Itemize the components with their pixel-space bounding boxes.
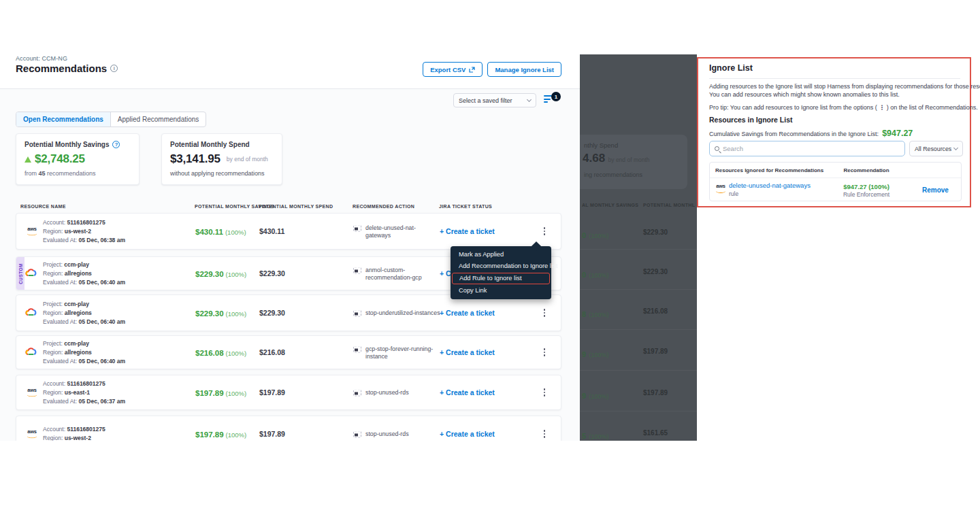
chevron-down-icon xyxy=(527,97,532,101)
table-row[interactable]: aws Account: 511616801275 Region: us-eas… xyxy=(16,375,561,410)
export-csv-button[interactable]: Export CSV xyxy=(423,62,483,77)
column-header-spend: POTENTIAL MONTHLY SPEND xyxy=(259,204,333,209)
savings-amount: $2,748.25 xyxy=(35,152,85,166)
manage-ignore-list-label: Manage Ignore List xyxy=(495,66,554,73)
spend-amount: $3,141.95 xyxy=(170,152,220,166)
resource-filter-value: All Resources xyxy=(915,146,951,152)
ignore-list-description: Adding resources to the Ignore list will… xyxy=(709,82,980,90)
ignore-list-description: You can add resources which might show k… xyxy=(709,90,900,99)
resource-type-filter[interactable]: All Resources xyxy=(909,141,963,156)
action-icon xyxy=(353,267,361,274)
ignored-resources-table: Resources Ignored for Recommendations Re… xyxy=(709,162,962,201)
dimmed-card-note: ing recommendations xyxy=(584,171,642,178)
ignored-resource-link[interactable]: delete-unused-nat-gateways xyxy=(729,182,811,189)
spend-suffix: by end of month xyxy=(227,156,268,163)
action-icon xyxy=(353,390,361,397)
column-header-recommendation: Recommendation xyxy=(829,167,904,173)
table-row[interactable]: aws Account: 511616801275 Region: us-wes… xyxy=(16,213,561,250)
menu-item-copy-link[interactable]: Copy Link xyxy=(451,285,551,297)
ignore-list-pro-tip: Pro tip: You can add resources to Ignore… xyxy=(709,103,978,112)
potential-savings-card: Potential Monthly Savings ? $2,748.25 fr… xyxy=(16,133,140,185)
menu-item-add-rule-to-ignore-list[interactable]: Add Rule to Ignore list xyxy=(452,273,550,284)
create-ticket-link[interactable]: + Create a ticket xyxy=(440,227,495,235)
aws-icon: aws xyxy=(25,226,39,237)
ignore-list-title: Ignore List xyxy=(709,63,753,73)
create-ticket-link[interactable]: + Create a ticket xyxy=(440,430,495,438)
manage-ignore-list-button[interactable]: Manage Ignore List xyxy=(487,62,561,77)
row-options-kebab-icon[interactable] xyxy=(540,428,549,439)
spend-value: $430.11 xyxy=(259,227,284,235)
dimmed-spend-value: $161.65 xyxy=(643,429,668,437)
column-header-resource-name: RESOURCE NAME xyxy=(20,204,66,209)
saved-filter-select[interactable]: Select a saved filter xyxy=(453,93,536,107)
ignore-list-search[interactable] xyxy=(709,141,905,156)
gcp-icon xyxy=(25,269,39,279)
dimmed-card-suffix: by end of month xyxy=(608,156,650,163)
savings-value: $216.08 xyxy=(195,349,224,357)
savings-value: $229.30 xyxy=(195,309,224,318)
table-row[interactable]: Project: ccm-play Region: allregions Eva… xyxy=(16,294,561,331)
help-icon[interactable]: ? xyxy=(112,141,120,148)
create-ticket-link[interactable]: + Create a ticket xyxy=(440,309,495,317)
breadcrumb[interactable]: Account: CCM-NG xyxy=(16,55,67,62)
search-input[interactable] xyxy=(723,145,900,152)
recommendation-count: 45 xyxy=(39,170,46,177)
aws-icon: aws xyxy=(25,388,39,398)
action-name: delete-unused-nat-gateways xyxy=(365,224,440,239)
cumulative-savings: Cumulative Savings from Recommendations … xyxy=(709,129,913,138)
create-ticket-link[interactable]: + Create a ticket xyxy=(440,388,495,397)
savings-value: $197.89 xyxy=(195,431,224,439)
ignored-savings-value: $947.27 (100%) xyxy=(829,183,904,190)
header-divider xyxy=(0,88,580,89)
saved-filter-value: Select a saved filter xyxy=(459,97,512,104)
potential-spend-card: Potential Monthly Spend $3,141.95 by end… xyxy=(161,133,282,185)
tab-applied-recommendations[interactable]: Applied Recommendations xyxy=(111,112,206,126)
row-options-kebab-icon[interactable] xyxy=(540,347,549,358)
savings-card-label: Potential Monthly Savings xyxy=(24,141,109,148)
table-row[interactable]: aws Account: 511616801275 Region: us-wes… xyxy=(16,416,561,441)
row-options-menu: Mark as Applied Add Recommendation to Ig… xyxy=(451,246,551,299)
info-icon[interactable]: i xyxy=(110,65,118,72)
dimmed-column-header: POTENTIAL MONTHL xyxy=(643,203,695,207)
column-header-jira: JIRA TICKET STATUS xyxy=(439,204,492,209)
external-link-icon xyxy=(469,67,475,73)
create-ticket-link[interactable]: + Create a ticket xyxy=(440,348,495,356)
menu-item-mark-as-applied[interactable]: Mark as Applied xyxy=(451,249,551,260)
cumulative-savings-label: Cumulative Savings from Recommendations … xyxy=(709,131,879,137)
menu-item-add-recommendation-to-ignore-list[interactable]: Add Recommendation to Ignore list xyxy=(451,260,551,272)
dimmed-spend-value: $197.89 xyxy=(643,389,668,397)
action-icon xyxy=(353,310,361,317)
remove-button[interactable]: Remove xyxy=(922,186,949,194)
dimmed-card-amount: 4.68 xyxy=(583,152,605,165)
row-options-kebab-icon[interactable] xyxy=(540,307,549,318)
chevron-down-icon xyxy=(953,145,958,150)
table-header-divider xyxy=(710,178,961,178)
column-header-action: RECOMMENDED ACTION xyxy=(353,204,414,209)
dimmed-spend-value: $216.08 xyxy=(643,307,668,315)
kebab-icon: ⋮ xyxy=(879,104,885,111)
spend-card-note: without applying recommendations xyxy=(170,170,274,177)
ignored-resource-type: rule xyxy=(729,190,738,197)
gcp-icon xyxy=(25,348,39,358)
savings-value: $197.89 xyxy=(195,389,224,397)
savings-value: $229.30 xyxy=(195,270,224,278)
action-icon xyxy=(353,225,361,232)
ignore-list-panel: Ignore List Adding resources to the Igno… xyxy=(697,57,971,207)
aws-icon: aws xyxy=(715,184,727,193)
action-name: stop-unused-rds xyxy=(365,431,409,438)
recommendations-tabs: Open Recommendations Applied Recommendat… xyxy=(16,112,206,127)
action-icon xyxy=(353,346,361,353)
row-options-kebab-icon[interactable] xyxy=(540,226,549,237)
row-options-kebab-icon[interactable] xyxy=(540,387,549,398)
spend-value: $197.89 xyxy=(259,388,285,397)
ignored-savings-source: Rule Enforcement xyxy=(829,191,904,198)
action-name: anmol-custom-recommendation-gcp xyxy=(365,267,440,281)
savings-up-icon xyxy=(24,156,31,163)
recommendations-page: Account: CCM-NG Recommendations i Export… xyxy=(0,54,580,441)
table-row[interactable]: Project: ccm-play Region: allregions Eva… xyxy=(16,335,561,369)
gcp-icon xyxy=(25,308,39,318)
spend-value: $216.08 xyxy=(259,348,285,356)
tab-open-recommendations[interactable]: Open Recommendations xyxy=(16,112,111,126)
spend-card-label: Potential Monthly Spend xyxy=(170,141,250,148)
dimmed-overlay-region: nthly Spend 4.68 by end of month ing rec… xyxy=(580,54,697,441)
